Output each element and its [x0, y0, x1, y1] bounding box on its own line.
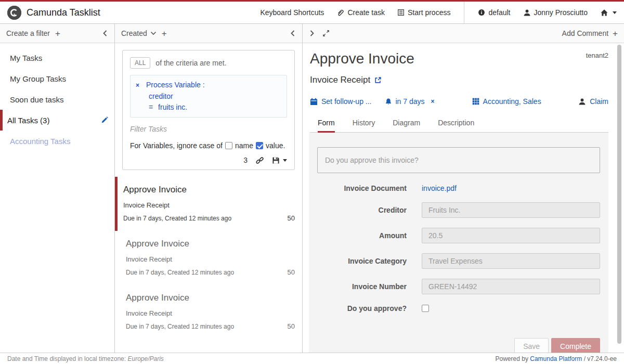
info-icon — [478, 9, 485, 16]
save-filter-menu[interactable] — [272, 157, 287, 164]
detail-scrollbar[interactable] — [617, 45, 621, 344]
form-actions: Save Complete — [514, 338, 600, 353]
criteria-mode-text: of the criteria are met. — [155, 59, 226, 67]
invoice-pdf-link[interactable]: invoice.pdf — [422, 184, 457, 192]
app-title: Camunda Tasklist — [27, 7, 100, 18]
tab-description[interactable]: Description — [438, 115, 474, 132]
timezone-value: Europe/Paris — [127, 355, 163, 362]
edit-filter-pencil-icon[interactable] — [101, 116, 108, 124]
start-process-button[interactable]: Start process — [397, 8, 450, 17]
task-actions-row: Set follow-up ... in 7 days × — [310, 97, 608, 106]
timezone-label: Date and Time displayed in local timezon… — [7, 355, 126, 362]
criteria-name: creditor — [149, 91, 281, 102]
camunda-logo-icon — [7, 6, 21, 20]
powered-by-label: Powered by — [496, 355, 528, 362]
amount-input — [422, 228, 600, 243]
home-icon — [600, 9, 608, 17]
task-form: Invoice Document invoice.pdf Creditor Am… — [309, 133, 608, 353]
camunda-platform-link[interactable]: Camunda Platform — [530, 355, 582, 362]
add-sorting-button[interactable]: + — [162, 29, 167, 38]
process-list-icon — [397, 9, 405, 16]
groups-grid-icon — [472, 98, 479, 105]
field-label-invoice-number: Invoice Number — [317, 282, 407, 291]
add-comment-button[interactable]: Add Comment + — [562, 29, 618, 38]
ignore-case-value-checkbox[interactable] — [256, 142, 263, 149]
task-priority: 50 — [288, 322, 295, 330]
remove-due-date-icon[interactable]: × — [431, 98, 435, 105]
sort-by-created-dropdown[interactable]: Created — [121, 29, 157, 37]
sidebar-item-accounting-tasks[interactable]: Accounting Tasks — [0, 131, 114, 151]
maximize-detail-icon[interactable] — [322, 30, 330, 37]
detail-head: Approve Invoice tenant2 Invoice Receipt — [303, 43, 624, 133]
ignore-case-name-checkbox[interactable] — [225, 142, 232, 149]
sidebar-item-soon-due-tasks[interactable]: Soon due tasks — [0, 89, 114, 110]
chevron-down-icon — [150, 31, 157, 35]
detail-header-bar: Add Comment + — [303, 24, 624, 43]
complete-button[interactable]: Complete — [551, 338, 600, 353]
field-label-invoice-category: Invoice Category — [317, 257, 407, 265]
criteria-mode-button[interactable]: ALL — [130, 57, 150, 69]
filter-criteria-card: ALL of the criteria are met. × Process V… — [122, 50, 295, 170]
groups-button[interactable]: Accounting, Sales — [472, 97, 541, 106]
task-detail-panel: Add Comment + Approve Invoice tenant2 In… — [303, 24, 624, 353]
criteria-operator: = — [149, 102, 153, 113]
plus-icon: + — [55, 29, 60, 38]
task-list-item[interactable]: Approve Invoice Invoice Receipt Due in 7… — [115, 285, 302, 339]
task-title: Approve Invoice — [310, 49, 414, 68]
header-divider — [464, 2, 464, 23]
sidebar-item-all-tasks[interactable]: All Tasks (3) — [0, 110, 114, 131]
due-date-button[interactable]: in 7 days × — [385, 97, 435, 106]
filter-tasks-input[interactable] — [130, 124, 287, 134]
task-list-item[interactable]: Approve Invoice Invoice Receipt Due in 7… — [115, 231, 302, 285]
main-area: Create a filter + My Tasks My Group Task… — [0, 24, 624, 353]
sidebar-item-my-tasks[interactable]: My Tasks — [0, 47, 114, 68]
sidebar-header: Create a filter + — [0, 24, 114, 43]
collapse-sidebar-button[interactable] — [102, 30, 108, 37]
tab-form[interactable]: Form — [318, 115, 335, 132]
search-criteria-box[interactable]: × Process Variable : creditor = fruits i… — [130, 75, 287, 118]
create-task-button[interactable]: Create task — [336, 8, 385, 17]
footer: Date and Time displayed in local timezon… — [0, 353, 624, 364]
person-icon — [523, 9, 531, 17]
approve-question-input — [317, 147, 600, 173]
invoice-category-input — [422, 253, 600, 269]
top-navigation: Keyboard Shortcuts Create task Start — [260, 2, 617, 23]
create-filter-button[interactable]: Create a filter + — [6, 29, 60, 38]
invoice-number-input — [422, 279, 600, 294]
set-followup-button[interactable]: Set follow-up ... — [310, 97, 372, 106]
task-list-item[interactable]: Approve Invoice Invoice Receipt Due in 7… — [115, 177, 302, 231]
field-label-invoice-document: Invoice Document — [317, 184, 407, 192]
task-priority: 50 — [288, 214, 295, 222]
claim-button[interactable]: Claim — [578, 97, 608, 106]
user-menu[interactable]: Jonny Prosciutto — [523, 8, 588, 17]
tab-diagram[interactable]: Diagram — [393, 115, 420, 132]
home-menu[interactable] — [600, 9, 617, 17]
engine-select[interactable]: default — [478, 8, 510, 17]
task-list-column: Created + ALL of the criteria are met. × — [115, 24, 303, 353]
person-icon — [578, 98, 586, 106]
brand: Camunda Tasklist — [7, 6, 100, 20]
caret-down-icon — [283, 159, 287, 162]
tenant-badge: tenant2 — [586, 51, 608, 59]
creditor-input — [422, 202, 600, 218]
ignore-case-row: For Variables, ignore case of name value… — [130, 141, 287, 150]
copy-link-icon[interactable] — [256, 157, 264, 164]
collapse-detail-button[interactable] — [309, 30, 315, 37]
calendar-icon — [310, 98, 318, 106]
save-button[interactable]: Save — [514, 338, 549, 353]
task-count: 3 — [243, 156, 248, 164]
criteria-value: fruits inc. — [158, 103, 187, 111]
sidebar-item-my-group-tasks[interactable]: My Group Tasks — [0, 68, 114, 89]
remove-criteria-icon[interactable]: × — [136, 80, 139, 91]
external-link-icon[interactable] — [374, 76, 382, 84]
task-list-header: Created + — [115, 24, 302, 43]
version-label: / v7.24.0-ee — [584, 355, 617, 362]
keyboard-shortcuts-link[interactable]: Keyboard Shortcuts — [260, 8, 324, 17]
approve-checkbox[interactable] — [422, 305, 429, 312]
detail-tabs: Form History Diagram Description — [310, 115, 608, 133]
collapse-task-list-button[interactable] — [290, 30, 296, 37]
tab-history[interactable]: History — [353, 115, 375, 132]
criteria-type: Process Variable : — [146, 80, 205, 90]
caret-down-icon — [613, 11, 617, 14]
filters-sidebar: Create a filter + My Tasks My Group Task… — [0, 24, 115, 353]
